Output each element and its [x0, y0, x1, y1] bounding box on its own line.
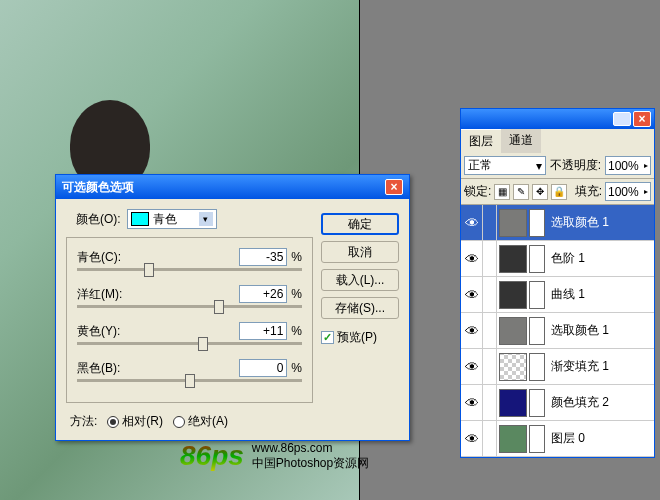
- method-relative-radio[interactable]: 相对(R): [107, 413, 163, 430]
- black-input[interactable]: [239, 359, 287, 377]
- minimize-icon[interactable]: [613, 112, 631, 126]
- link-cell[interactable]: [483, 277, 497, 313]
- layer-name[interactable]: 选取颜色 1: [547, 214, 654, 231]
- logo: 86ps: [180, 440, 244, 472]
- layer-thumb[interactable]: [499, 389, 527, 417]
- fill-input[interactable]: 100%▸: [605, 182, 651, 201]
- watermark: 86ps www.86ps.com 中国Photoshop资源网: [180, 440, 369, 472]
- visibility-icon[interactable]: 👁: [461, 241, 483, 277]
- color-label: 颜色(O):: [76, 211, 121, 228]
- layer-thumb[interactable]: [499, 353, 527, 381]
- opacity-input[interactable]: 100%▸: [605, 156, 651, 175]
- layer-row[interactable]: 👁曲线 1: [461, 277, 654, 313]
- slider-thumb[interactable]: [198, 337, 208, 351]
- cyan-input[interactable]: [239, 248, 287, 266]
- layer-name[interactable]: 曲线 1: [547, 286, 654, 303]
- link-cell[interactable]: [483, 241, 497, 277]
- save-button[interactable]: 存储(S)...: [321, 297, 399, 319]
- close-icon[interactable]: ×: [633, 111, 651, 127]
- panel-titlebar[interactable]: ×: [461, 109, 654, 129]
- layer-row[interactable]: 👁图层 0: [461, 421, 654, 457]
- preview-label: 预览(P): [337, 329, 377, 346]
- layer-row[interactable]: 👁颜色填充 2: [461, 385, 654, 421]
- lock-move-icon[interactable]: ✥: [532, 184, 548, 200]
- slider-label: 黄色(Y):: [77, 323, 120, 340]
- mask-thumb[interactable]: [529, 353, 545, 381]
- lock-all-icon[interactable]: 🔒: [551, 184, 567, 200]
- layers-panel: × 图层 通道 正常▾ 不透明度: 100%▸ 锁定: ▦ ✎ ✥ 🔒 填充: …: [460, 108, 655, 458]
- slider-label: 黑色(B):: [77, 360, 120, 377]
- tab-channels[interactable]: 通道: [501, 129, 541, 153]
- layer-name[interactable]: 渐变填充 1: [547, 358, 654, 375]
- method-label: 方法:: [70, 413, 97, 430]
- slider-label: 青色(C):: [77, 249, 121, 266]
- layer-list: 👁选取颜色 1👁色阶 1👁曲线 1👁选取颜色 1👁渐变填充 1👁颜色填充 2👁图…: [461, 205, 654, 457]
- mask-thumb[interactable]: [529, 281, 545, 309]
- ok-button[interactable]: 确定: [321, 213, 399, 235]
- layer-thumb[interactable]: [499, 425, 527, 453]
- selective-color-dialog: 可选颜色选项 × 颜色(O): 青色 ▾ 青色(C):% 洋红(M):%: [55, 174, 410, 441]
- layer-row[interactable]: 👁选取颜色 1: [461, 313, 654, 349]
- visibility-icon[interactable]: 👁: [461, 421, 483, 457]
- mask-thumb[interactable]: [529, 317, 545, 345]
- link-cell[interactable]: [483, 349, 497, 385]
- visibility-icon[interactable]: 👁: [461, 385, 483, 421]
- cyan-slider[interactable]: [77, 268, 302, 271]
- layer-thumb[interactable]: [499, 281, 527, 309]
- visibility-icon[interactable]: 👁: [461, 205, 483, 241]
- magenta-input[interactable]: [239, 285, 287, 303]
- dialog-titlebar[interactable]: 可选颜色选项 ×: [56, 175, 409, 199]
- slider-label: 洋红(M):: [77, 286, 122, 303]
- tab-layers[interactable]: 图层: [461, 129, 501, 153]
- opacity-label: 不透明度:: [550, 157, 601, 174]
- sliders-group: 青色(C):% 洋红(M):% 黄色(Y):% 黑色(B):%: [66, 237, 313, 403]
- visibility-icon[interactable]: 👁: [461, 277, 483, 313]
- slider-thumb[interactable]: [214, 300, 224, 314]
- black-slider[interactable]: [77, 379, 302, 382]
- mask-thumb[interactable]: [529, 425, 545, 453]
- fill-label: 填充:: [575, 183, 602, 200]
- close-icon[interactable]: ×: [385, 179, 403, 195]
- lock-label: 锁定:: [464, 183, 491, 200]
- preview-checkbox[interactable]: ✓: [321, 331, 334, 344]
- link-cell[interactable]: [483, 205, 497, 241]
- yellow-input[interactable]: [239, 322, 287, 340]
- layer-name[interactable]: 色阶 1: [547, 250, 654, 267]
- method-absolute-radio[interactable]: 绝对(A): [173, 413, 228, 430]
- load-button[interactable]: 载入(L)...: [321, 269, 399, 291]
- color-dropdown[interactable]: 青色 ▾: [127, 209, 217, 229]
- lock-transparency-icon[interactable]: ▦: [494, 184, 510, 200]
- layer-name[interactable]: 选取颜色 1: [547, 322, 654, 339]
- layer-row[interactable]: 👁渐变填充 1: [461, 349, 654, 385]
- blend-mode-dropdown[interactable]: 正常▾: [464, 156, 546, 175]
- yellow-slider[interactable]: [77, 342, 302, 345]
- layer-thumb[interactable]: [499, 245, 527, 273]
- layer-thumb[interactable]: [499, 209, 527, 237]
- mask-thumb[interactable]: [529, 245, 545, 273]
- layer-thumb[interactable]: [499, 317, 527, 345]
- dialog-title: 可选颜色选项: [62, 179, 134, 196]
- layer-name[interactable]: 图层 0: [547, 430, 654, 447]
- mask-thumb[interactable]: [529, 389, 545, 417]
- layer-row[interactable]: 👁色阶 1: [461, 241, 654, 277]
- layer-row[interactable]: 👁选取颜色 1: [461, 205, 654, 241]
- lock-paint-icon[interactable]: ✎: [513, 184, 529, 200]
- cancel-button[interactable]: 取消: [321, 241, 399, 263]
- slider-thumb[interactable]: [144, 263, 154, 277]
- magenta-slider[interactable]: [77, 305, 302, 308]
- visibility-icon[interactable]: 👁: [461, 313, 483, 349]
- chevron-down-icon: ▾: [536, 159, 542, 173]
- link-cell[interactable]: [483, 385, 497, 421]
- link-cell[interactable]: [483, 421, 497, 457]
- visibility-icon[interactable]: 👁: [461, 349, 483, 385]
- color-swatch-icon: [131, 212, 149, 226]
- chevron-down-icon: ▾: [199, 212, 213, 226]
- link-cell[interactable]: [483, 313, 497, 349]
- mask-thumb[interactable]: [529, 209, 545, 237]
- layer-name[interactable]: 颜色填充 2: [547, 394, 654, 411]
- slider-thumb[interactable]: [185, 374, 195, 388]
